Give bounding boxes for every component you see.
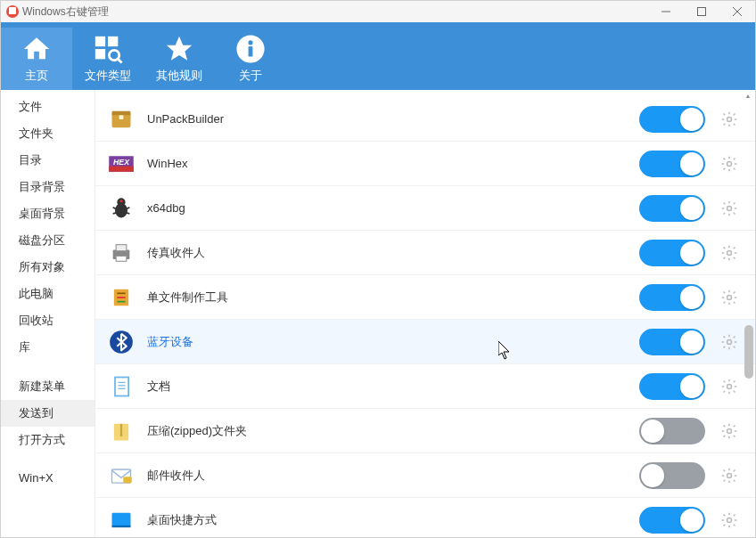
toggle-thumb [680,197,703,220]
svg-rect-13 [112,110,131,115]
toolbar-star-button[interactable]: 其他规则 [144,28,215,90]
svg-point-22 [119,200,122,202]
scrollbar-thumb[interactable] [744,325,753,379]
toggle-switch[interactable] [639,284,705,311]
toggle-thumb [680,108,703,131]
titlebar: Windows右键管理 [1,1,755,22]
scrollbar[interactable]: ▴ [744,90,753,538]
sidebar-item[interactable]: 库 [1,334,94,361]
maximize-button[interactable] [684,1,719,22]
grid-search-icon [93,34,123,64]
sidebar-item[interactable]: 所有对象 [1,254,94,281]
toggle-thumb [641,420,664,443]
settings-gear-icon[interactable] [719,154,739,174]
list-item[interactable]: 蓝牙设备 [95,320,755,364]
svg-point-10 [248,40,252,45]
toolbar-home-button[interactable]: 主页 [1,28,72,90]
toggle-switch[interactable] [639,106,705,133]
list-item-label: 邮件收件人 [147,468,639,484]
sidebar-item[interactable]: 发送到 [1,400,94,427]
sidebar-item[interactable]: 目录 [1,147,94,174]
list-item[interactable]: HEXWinHex [95,142,755,186]
doc-icon [108,373,135,400]
mail-icon [108,462,135,489]
svg-point-36 [727,295,732,299]
list-item-label: 蓝牙设备 [147,334,639,350]
toggle-switch[interactable] [639,195,705,222]
svg-point-47 [727,428,732,433]
tool-icon [108,284,135,311]
svg-rect-29 [116,244,127,250]
toolbar-info-button[interactable]: 关于 [215,28,286,90]
settings-gear-icon[interactable] [719,110,739,129]
settings-gear-icon[interactable] [719,510,739,530]
toggle-switch[interactable] [639,462,705,489]
sidebar-separator [1,361,94,373]
toggle-switch[interactable] [639,373,705,400]
list-item-label: WinHex [147,157,639,170]
sidebar-item[interactable]: 目录背景 [1,174,94,200]
settings-gear-icon[interactable] [719,377,739,396]
toolbar-grid-search-button[interactable]: 文件类型 [72,28,144,90]
svg-rect-45 [120,423,122,434]
toggle-thumb [680,152,703,175]
box-icon [108,106,135,133]
minimize-button[interactable] [648,1,684,22]
sidebar-item[interactable]: 文件 [1,94,94,120]
scrollbar-up-arrow[interactable]: ▴ [746,92,753,99]
list-item[interactable]: 桌面快捷方式 [95,498,755,538]
toggle-switch[interactable] [639,507,705,534]
toggle-thumb [680,241,703,265]
list-item[interactable]: 压缩(zipped)文件夹 [95,409,755,453]
svg-rect-39 [115,377,128,395]
toggle-switch[interactable] [639,240,705,266]
list-item[interactable]: 单文件制作工具 [95,275,755,320]
svg-rect-6 [95,49,105,59]
list-item[interactable]: 文档 [95,364,755,409]
sidebar-item[interactable]: 回收站 [1,307,94,334]
svg-rect-30 [116,256,127,261]
toggle-switch[interactable] [639,418,705,444]
settings-gear-icon[interactable] [719,332,739,352]
svg-point-19 [727,161,732,166]
sidebar-item[interactable]: Win+X [1,466,94,490]
sidebar-item[interactable]: 文件夹 [1,120,94,147]
toggle-switch[interactable] [639,329,705,355]
list-area: UnPackBuilderHEXWinHexx64dbg传真收件人单文件制作工具… [95,90,755,538]
bluetooth-icon [108,329,135,355]
list-item-label: 文档 [147,379,639,395]
toolbar-label: 主页 [25,68,48,84]
bug-icon [108,195,135,222]
list-item[interactable]: x64dbg [95,186,755,231]
toggle-thumb [680,330,703,354]
svg-line-25 [113,212,118,213]
sidebar-item[interactable]: 新建菜单 [1,373,94,400]
toggle-switch[interactable] [639,151,705,177]
svg-rect-5 [108,37,118,46]
svg-point-31 [727,250,732,255]
window-controls [648,1,755,22]
toolbar-label: 关于 [239,68,262,84]
svg-point-27 [727,206,732,210]
settings-gear-icon[interactable] [719,199,739,218]
settings-gear-icon[interactable] [719,421,739,441]
toggle-thumb [680,375,703,398]
sidebar-item[interactable]: 磁盘分区 [1,227,94,254]
sidebar-item[interactable]: 打开方式 [1,427,94,453]
settings-gear-icon[interactable] [719,288,739,307]
list-item[interactable]: 邮件收件人 [95,453,755,498]
svg-rect-52 [112,525,131,526]
close-button[interactable] [719,1,755,22]
list-item[interactable]: UnPackBuilder [95,97,755,142]
settings-gear-icon[interactable] [719,243,739,263]
list-item-label: x64dbg [147,201,639,215]
svg-rect-4 [95,37,105,46]
toolbar: 主页文件类型其他规则关于 [1,22,755,90]
svg-rect-1 [698,8,706,16]
svg-line-8 [118,59,121,62]
sidebar-item[interactable]: 此电脑 [1,281,94,307]
list-item[interactable]: 传真收件人 [95,231,755,275]
settings-gear-icon[interactable] [719,466,739,485]
sidebar-item[interactable]: 桌面背景 [1,200,94,227]
svg-line-26 [126,212,130,213]
